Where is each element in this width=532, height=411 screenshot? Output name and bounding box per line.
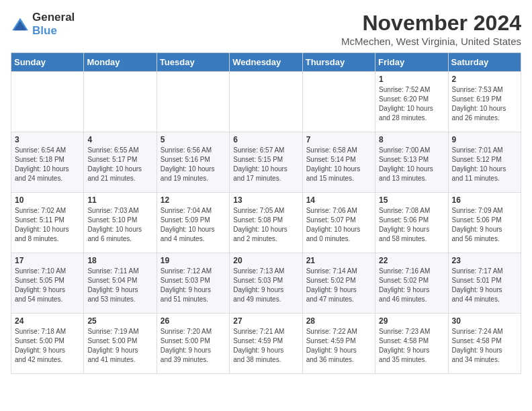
calendar-cell: 26Sunrise: 7:20 AM Sunset: 5:00 PM Dayli… bbox=[157, 314, 229, 374]
calendar-cell: 13Sunrise: 7:05 AM Sunset: 5:08 PM Dayli… bbox=[230, 193, 302, 253]
header: General Blue November 2024 McMechen, Wes… bbox=[11, 11, 521, 47]
calendar-cell: 4Sunrise: 6:55 AM Sunset: 5:17 PM Daylig… bbox=[84, 132, 157, 193]
day-number: 22 bbox=[379, 256, 444, 265]
day-number: 5 bbox=[161, 135, 226, 144]
day-number: 16 bbox=[452, 195, 517, 205]
day-info: Sunrise: 7:21 AM Sunset: 4:59 PM Dayligh… bbox=[233, 327, 298, 365]
day-info: Sunrise: 7:03 AM Sunset: 5:10 PM Dayligh… bbox=[87, 206, 152, 244]
calendar-cell: 20Sunrise: 7:13 AM Sunset: 5:03 PM Dayli… bbox=[230, 253, 302, 314]
day-info: Sunrise: 7:19 AM Sunset: 5:00 PM Dayligh… bbox=[87, 327, 152, 365]
day-info: Sunrise: 7:10 AM Sunset: 5:05 PM Dayligh… bbox=[15, 267, 80, 304]
day-info: Sunrise: 7:53 AM Sunset: 6:19 PM Dayligh… bbox=[452, 85, 517, 123]
weekday-header-tuesday: Tuesday bbox=[157, 53, 229, 72]
day-info: Sunrise: 7:04 AM Sunset: 5:09 PM Dayligh… bbox=[161, 206, 226, 244]
weekday-header-monday: Monday bbox=[84, 53, 157, 72]
day-number: 19 bbox=[161, 256, 226, 265]
day-number: 26 bbox=[161, 316, 226, 326]
weekday-header-friday: Friday bbox=[375, 53, 448, 72]
calendar-cell bbox=[302, 72, 375, 132]
calendar-cell bbox=[11, 72, 84, 132]
day-info: Sunrise: 7:20 AM Sunset: 5:00 PM Dayligh… bbox=[161, 327, 226, 365]
day-info: Sunrise: 7:14 AM Sunset: 5:02 PM Dayligh… bbox=[306, 267, 371, 304]
day-info: Sunrise: 7:17 AM Sunset: 5:01 PM Dayligh… bbox=[452, 267, 517, 304]
day-info: Sunrise: 6:54 AM Sunset: 5:18 PM Dayligh… bbox=[15, 146, 80, 183]
calendar-cell: 29Sunrise: 7:23 AM Sunset: 4:58 PM Dayli… bbox=[375, 314, 448, 374]
day-number: 6 bbox=[233, 135, 298, 144]
calendar-week-row: 10Sunrise: 7:02 AM Sunset: 5:11 PM Dayli… bbox=[11, 193, 521, 253]
calendar-cell: 2Sunrise: 7:53 AM Sunset: 6:19 PM Daylig… bbox=[448, 72, 521, 132]
calendar-cell: 27Sunrise: 7:21 AM Sunset: 4:59 PM Dayli… bbox=[230, 314, 302, 374]
calendar-cell: 3Sunrise: 6:54 AM Sunset: 5:18 PM Daylig… bbox=[11, 132, 84, 193]
calendar-cell: 25Sunrise: 7:19 AM Sunset: 5:00 PM Dayli… bbox=[84, 314, 157, 374]
day-info: Sunrise: 6:58 AM Sunset: 5:14 PM Dayligh… bbox=[306, 146, 371, 183]
calendar-cell: 8Sunrise: 7:00 AM Sunset: 5:13 PM Daylig… bbox=[375, 132, 448, 193]
calendar-cell: 17Sunrise: 7:10 AM Sunset: 5:05 PM Dayli… bbox=[11, 253, 84, 314]
calendar-week-row: 24Sunrise: 7:18 AM Sunset: 5:00 PM Dayli… bbox=[11, 314, 521, 374]
calendar-cell: 5Sunrise: 6:56 AM Sunset: 5:16 PM Daylig… bbox=[157, 132, 229, 193]
day-info: Sunrise: 7:05 AM Sunset: 5:08 PM Dayligh… bbox=[233, 206, 298, 244]
calendar-week-row: 3Sunrise: 6:54 AM Sunset: 5:18 PM Daylig… bbox=[11, 132, 521, 193]
day-number: 29 bbox=[379, 316, 444, 326]
calendar-cell: 6Sunrise: 6:57 AM Sunset: 5:15 PM Daylig… bbox=[230, 132, 302, 193]
calendar-cell: 21Sunrise: 7:14 AM Sunset: 5:02 PM Dayli… bbox=[302, 253, 375, 314]
calendar-cell: 1Sunrise: 7:52 AM Sunset: 6:20 PM Daylig… bbox=[375, 72, 448, 132]
day-info: Sunrise: 7:12 AM Sunset: 5:03 PM Dayligh… bbox=[161, 267, 226, 304]
day-number: 13 bbox=[233, 195, 298, 205]
calendar-cell: 18Sunrise: 7:11 AM Sunset: 5:04 PM Dayli… bbox=[84, 253, 157, 314]
calendar-cell: 9Sunrise: 7:01 AM Sunset: 5:12 PM Daylig… bbox=[448, 132, 521, 193]
day-number: 24 bbox=[15, 316, 80, 326]
day-info: Sunrise: 7:22 AM Sunset: 4:59 PM Dayligh… bbox=[306, 327, 371, 365]
calendar-cell: 15Sunrise: 7:08 AM Sunset: 5:06 PM Dayli… bbox=[375, 193, 448, 253]
day-number: 28 bbox=[306, 316, 371, 326]
day-number: 25 bbox=[87, 316, 152, 326]
day-number: 9 bbox=[452, 135, 517, 144]
weekday-header-saturday: Saturday bbox=[448, 53, 521, 72]
day-info: Sunrise: 7:00 AM Sunset: 5:13 PM Dayligh… bbox=[379, 146, 444, 183]
day-number: 2 bbox=[452, 75, 517, 84]
logo-text: General Blue bbox=[32, 11, 75, 38]
day-number: 20 bbox=[233, 256, 298, 265]
weekday-header-wednesday: Wednesday bbox=[230, 53, 302, 72]
day-number: 17 bbox=[15, 256, 80, 265]
calendar-cell: 12Sunrise: 7:04 AM Sunset: 5:09 PM Dayli… bbox=[157, 193, 229, 253]
calendar-cell bbox=[157, 72, 229, 132]
day-info: Sunrise: 7:16 AM Sunset: 5:02 PM Dayligh… bbox=[379, 267, 444, 304]
day-number: 1 bbox=[379, 75, 444, 84]
calendar-cell: 22Sunrise: 7:16 AM Sunset: 5:02 PM Dayli… bbox=[375, 253, 448, 314]
location-title: McMechen, West Virginia, United States bbox=[341, 36, 521, 47]
weekday-header-row: SundayMondayTuesdayWednesdayThursdayFrid… bbox=[11, 53, 521, 72]
day-number: 12 bbox=[161, 195, 226, 205]
day-number: 23 bbox=[452, 256, 517, 265]
calendar-cell: 7Sunrise: 6:58 AM Sunset: 5:14 PM Daylig… bbox=[302, 132, 375, 193]
day-info: Sunrise: 7:13 AM Sunset: 5:03 PM Dayligh… bbox=[233, 267, 298, 304]
calendar-cell: 16Sunrise: 7:09 AM Sunset: 5:06 PM Dayli… bbox=[448, 193, 521, 253]
day-number: 8 bbox=[379, 135, 444, 144]
day-number: 10 bbox=[15, 195, 80, 205]
day-info: Sunrise: 6:55 AM Sunset: 5:17 PM Dayligh… bbox=[87, 146, 152, 183]
day-number: 11 bbox=[87, 195, 152, 205]
calendar-cell: 23Sunrise: 7:17 AM Sunset: 5:01 PM Dayli… bbox=[448, 253, 521, 314]
day-info: Sunrise: 7:08 AM Sunset: 5:06 PM Dayligh… bbox=[379, 206, 444, 244]
day-info: Sunrise: 7:52 AM Sunset: 6:20 PM Dayligh… bbox=[379, 85, 444, 123]
day-number: 7 bbox=[306, 135, 371, 144]
day-info: Sunrise: 7:01 AM Sunset: 5:12 PM Dayligh… bbox=[452, 146, 517, 183]
day-info: Sunrise: 7:06 AM Sunset: 5:07 PM Dayligh… bbox=[306, 206, 371, 244]
weekday-header-sunday: Sunday bbox=[11, 53, 84, 72]
day-number: 14 bbox=[306, 195, 371, 205]
day-number: 21 bbox=[306, 256, 371, 265]
calendar-week-row: 1Sunrise: 7:52 AM Sunset: 6:20 PM Daylig… bbox=[11, 72, 521, 132]
day-number: 30 bbox=[452, 316, 517, 326]
logo: General Blue bbox=[11, 11, 75, 38]
calendar-cell: 30Sunrise: 7:24 AM Sunset: 4:58 PM Dayli… bbox=[448, 314, 521, 374]
calendar-cell: 10Sunrise: 7:02 AM Sunset: 5:11 PM Dayli… bbox=[11, 193, 84, 253]
logo-icon bbox=[11, 17, 30, 32]
title-section: November 2024 McMechen, West Virginia, U… bbox=[341, 11, 521, 47]
day-info: Sunrise: 7:18 AM Sunset: 5:00 PM Dayligh… bbox=[15, 327, 80, 365]
calendar-cell: 24Sunrise: 7:18 AM Sunset: 5:00 PM Dayli… bbox=[11, 314, 84, 374]
day-info: Sunrise: 6:57 AM Sunset: 5:15 PM Dayligh… bbox=[233, 146, 298, 183]
day-number: 3 bbox=[15, 135, 80, 144]
calendar-cell bbox=[84, 72, 157, 132]
calendar-cell: 19Sunrise: 7:12 AM Sunset: 5:03 PM Dayli… bbox=[157, 253, 229, 314]
day-info: Sunrise: 7:11 AM Sunset: 5:04 PM Dayligh… bbox=[87, 267, 152, 304]
calendar-week-row: 17Sunrise: 7:10 AM Sunset: 5:05 PM Dayli… bbox=[11, 253, 521, 314]
